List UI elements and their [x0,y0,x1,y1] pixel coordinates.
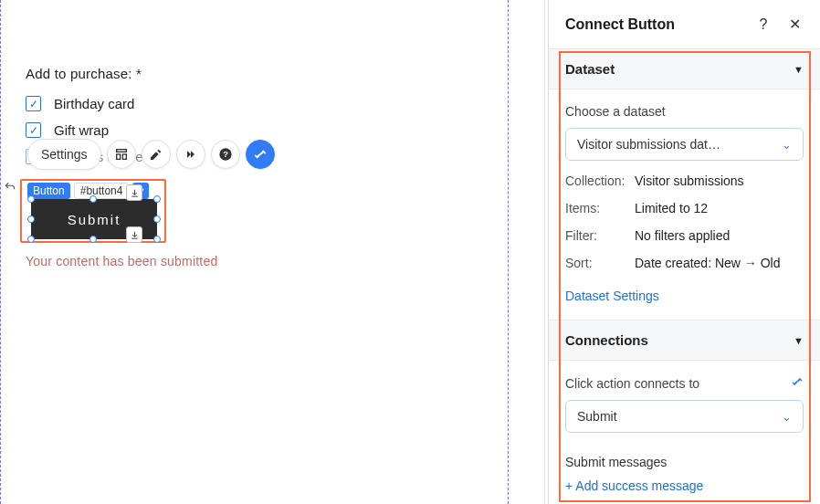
form-title: Add to purchase: * [26,66,154,81]
collection-value: Visitor submissions [635,173,744,188]
items-key: Items: [565,201,635,215]
add-success-message-link[interactable]: + Add success message [565,478,804,493]
guide-line-left [0,0,1,504]
filter-key: Filter: [565,228,635,243]
element-id-tag: #button4 [74,183,130,199]
checkbox-row[interactable]: ✓ Birthday card [26,96,154,111]
checkbox-label: Birthday card [54,96,134,111]
svg-rect-1 [116,154,120,159]
selected-element[interactable]: Button #button4 Submit [20,179,166,243]
sort-key: Sort: [565,256,635,270]
chevron-down-icon: ▼ [794,64,804,75]
editor-canvas: Add to purchase: * ✓ Birthday card ✓ Gif… [0,0,510,504]
undo-icon[interactable] [4,181,16,196]
dataset-settings-link[interactable]: Dataset Settings [565,289,659,303]
svg-rect-0 [116,150,126,152]
click-action-select[interactable]: Submit ⌄ [565,400,804,433]
chevron-down-icon: ⌄ [782,138,792,152]
panel-title: Connect Button [565,16,754,33]
layout-icon[interactable] [107,140,136,169]
design-icon[interactable] [142,140,171,169]
svg-rect-2 [122,154,126,159]
guide-line-right [508,0,509,504]
dataset-section: Dataset ▼ Choose a dataset Visitor submi… [549,49,820,320]
connections-section-header[interactable]: Connections ▼ [549,320,820,361]
filter-value: No filters applied [635,228,730,243]
click-action-value: Submit [577,409,782,424]
click-action-label: Click action connects to [565,376,699,391]
connections-section: Connections ▼ Click action connects to S… [549,320,820,504]
checkbox-row[interactable]: ✓ Gift wrap [26,122,154,138]
dataset-select-value: Visitor submissions dat… [577,137,782,152]
collection-key: Collection: [565,173,635,188]
connect-data-icon[interactable] [791,375,804,391]
animation-icon[interactable] [176,140,205,169]
chevron-down-icon: ⌄ [782,410,792,424]
dataset-select[interactable]: Visitor submissions dat… ⌄ [565,128,804,161]
sort-value: Date created: New → Old [635,256,781,270]
animation-in-icon[interactable] [126,184,142,201]
section-heading: Dataset [565,61,615,77]
help-icon[interactable]: ? [211,140,240,169]
choose-dataset-label: Choose a dataset [565,104,804,119]
dataset-section-header[interactable]: Dataset ▼ [549,49,820,89]
settings-button[interactable]: Settings [27,139,101,170]
svg-text:?: ? [223,150,228,159]
chevron-down-icon: ▼ [794,335,804,346]
submit-status-message: Your content has been submitted [26,254,217,268]
animation-out-icon[interactable] [126,226,142,243]
section-heading: Connections [565,332,648,348]
checkbox-icon[interactable]: ✓ [26,122,41,138]
connect-data-icon[interactable] [246,140,275,169]
connect-panel: Connect Button ? ✕ Dataset ▼ Choose a da… [548,0,820,504]
panel-header: Connect Button ? ✕ [549,0,820,49]
close-icon[interactable]: ✕ [785,16,804,33]
element-toolbar: Settings ? [27,139,275,170]
checkbox-icon[interactable]: ✓ [26,96,41,111]
checkbox-label: Gift wrap [54,122,109,138]
help-icon[interactable]: ? [754,16,773,33]
items-value: Limited to 12 [635,201,708,215]
submit-messages-heading: Submit messages [565,455,804,469]
